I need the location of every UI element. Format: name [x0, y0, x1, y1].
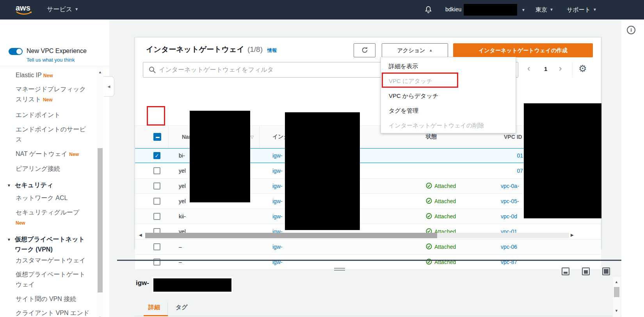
detail-title-frame: [152, 277, 233, 293]
account-menu-label[interactable]: bdkieu: [445, 6, 461, 12]
scroll-left-icon[interactable]: ◀: [139, 233, 142, 237]
sidebar-section[interactable]: ▼セキュリティ: [15, 180, 90, 190]
sidebar-item[interactable]: Elastic IP New: [16, 70, 91, 81]
sidebar-item[interactable]: ネットワーク ACL: [16, 193, 91, 203]
new-badge: New: [16, 220, 25, 226]
top-navbar: aws サービス▼ bdkieu ▼ 東京▼ サポート▼: [0, 0, 644, 19]
gear-icon[interactable]: ⚙: [578, 63, 587, 74]
vpc-id-link[interactable]: vpc-0a-: [501, 183, 519, 189]
menu-item: インターネットゲートウェイの削除: [381, 118, 516, 133]
next-page-button[interactable]: ›: [559, 64, 562, 74]
vpc-id-link[interactable]: vpc-05-: [501, 198, 519, 204]
aws-logo[interactable]: aws: [16, 4, 33, 15]
select-all-checkbox[interactable]: [153, 133, 161, 141]
annotation-box-attach-vpc: [382, 73, 458, 88]
igw-id-link[interactable]: igw-: [272, 152, 283, 159]
cell-state: Attached: [410, 194, 490, 209]
menu-item[interactable]: VPC からデタッチ: [381, 89, 516, 103]
tabs-bottom-border: [135, 316, 621, 316]
horizontal-scrollbar-thumb[interactable]: [145, 233, 437, 238]
refresh-button[interactable]: [354, 43, 375, 57]
sidebar-item[interactable]: ピアリング接続: [16, 164, 91, 174]
sidebar-item[interactable]: セキュリティグループ New: [16, 207, 91, 228]
panel-size-large-icon[interactable]: [602, 267, 610, 275]
row-checkbox[interactable]: [153, 243, 160, 250]
sidebar-item[interactable]: カスタマーゲートウェイ: [16, 255, 91, 266]
sidebar-section[interactable]: ▼仮想プライベートネットワーク (VPN): [15, 234, 90, 255]
actions-button[interactable]: アクション▲: [382, 43, 448, 57]
sidebar-scrollbar-thumb[interactable]: [98, 148, 103, 292]
nav-services-menu[interactable]: サービス▼: [47, 5, 78, 14]
horizontal-scrollbar[interactable]: [145, 233, 569, 238]
vpc-id-link[interactable]: 01: [517, 152, 523, 159]
toolbar-divider: [572, 62, 573, 78]
tab-details[interactable]: 詳細: [148, 304, 160, 311]
sidebar-item[interactable]: クライアント VPN エンドポイント: [16, 308, 91, 317]
tab-tags[interactable]: タグ: [176, 304, 188, 311]
scroll-up-icon[interactable]: ▲: [98, 70, 102, 74]
igw-id-link[interactable]: igw-: [272, 198, 283, 204]
region-menu[interactable]: 東京▼: [535, 6, 553, 14]
info-icon[interactable]: i: [627, 26, 635, 34]
cell-name: kii-: [169, 209, 260, 224]
cell-name: –: [169, 239, 260, 254]
sort-icon[interactable]: ▽: [251, 135, 254, 140]
panel-size-medium-icon[interactable]: [582, 267, 590, 275]
sidebar-collapse-button[interactable]: ◀: [104, 76, 114, 97]
panel-size-small-icon[interactable]: [562, 267, 569, 275]
info-link[interactable]: 情報: [267, 47, 277, 54]
cell-name: –: [169, 255, 260, 269]
scroll-down-icon[interactable]: ▼: [615, 309, 618, 313]
support-menu[interactable]: サポート▼: [567, 6, 597, 14]
feedback-link[interactable]: Tell us what you think: [27, 57, 75, 63]
annotation-box-row-checkbox: [147, 106, 165, 126]
igw-id-link[interactable]: igw-: [272, 183, 283, 189]
tab-divider: [167, 302, 168, 315]
scroll-up-icon[interactable]: ▲: [615, 280, 618, 284]
detail-panel-title: igw-: [136, 279, 149, 287]
chevron-down-icon: ▼: [75, 7, 78, 11]
chevron-down-icon: ▼: [550, 7, 553, 12]
vpc-id-link[interactable]: vpc-0d: [501, 213, 517, 220]
cell-state: Attached: [410, 255, 490, 269]
attached-check-icon: [426, 243, 432, 251]
sidebar-item[interactable]: NAT ゲートウェイ New: [16, 149, 91, 159]
sidebar-divider: [0, 66, 109, 66]
sidebar-item[interactable]: エンドポイント: [16, 110, 91, 120]
panel-drag-handle[interactable]: [334, 268, 345, 271]
chevron-down-icon: ▼: [593, 7, 597, 12]
sidebar-scroll-area: Elastic IP Newマネージドプレフィックスリスト Newエンドポイント…: [0, 67, 97, 317]
igw-id-link[interactable]: igw-: [272, 244, 283, 250]
row-checkbox[interactable]: ✓: [153, 152, 160, 159]
menu-item[interactable]: 詳細を表示: [381, 59, 516, 74]
sidebar-item[interactable]: マネージドプレフィックスリスト New: [16, 84, 91, 105]
sidebar-item[interactable]: 仮想プライベートゲートウェイ: [16, 269, 91, 290]
menu-item[interactable]: タグを管理: [381, 103, 516, 118]
table-row[interactable]: –igw-Attachedvpc-87: [135, 255, 601, 270]
igw-id-link[interactable]: igw-: [272, 213, 283, 220]
toggle-knob: [16, 49, 22, 54]
scroll-right-icon[interactable]: ▶: [571, 233, 574, 237]
vpc-id-link[interactable]: 07: [517, 168, 523, 174]
cell-state: Attached: [410, 179, 490, 193]
active-tab-underline: [144, 315, 168, 316]
vpc-id-link[interactable]: vpc-06: [501, 244, 517, 250]
notifications-bell-icon[interactable]: [424, 5, 433, 16]
igw-id-link[interactable]: igw-: [272, 168, 283, 174]
chevron-up-icon: ▲: [429, 48, 432, 52]
right-gutter: [621, 19, 644, 317]
split-panel-divider[interactable]: [117, 260, 621, 261]
table-row[interactable]: –igw-Attachedvpc-06: [135, 239, 601, 255]
row-checkbox[interactable]: [153, 167, 160, 174]
panel-scrollbar-thumb[interactable]: [614, 287, 619, 297]
redaction-detail-title: [153, 278, 231, 292]
sidebar-item[interactable]: サイト間の VPN 接続: [16, 294, 91, 304]
row-checkbox[interactable]: [153, 213, 160, 220]
prev-page-button[interactable]: ‹: [527, 64, 530, 74]
create-internet-gateway-button[interactable]: インターネットゲートウェイの作成: [453, 43, 593, 57]
row-checkbox[interactable]: [153, 198, 160, 205]
new-vpc-experience-toggle[interactable]: [9, 48, 23, 55]
sidebar-item[interactable]: エンドポイントのサービス: [16, 124, 91, 145]
header-checkbox-cell: [135, 126, 169, 148]
row-checkbox[interactable]: [153, 182, 160, 189]
